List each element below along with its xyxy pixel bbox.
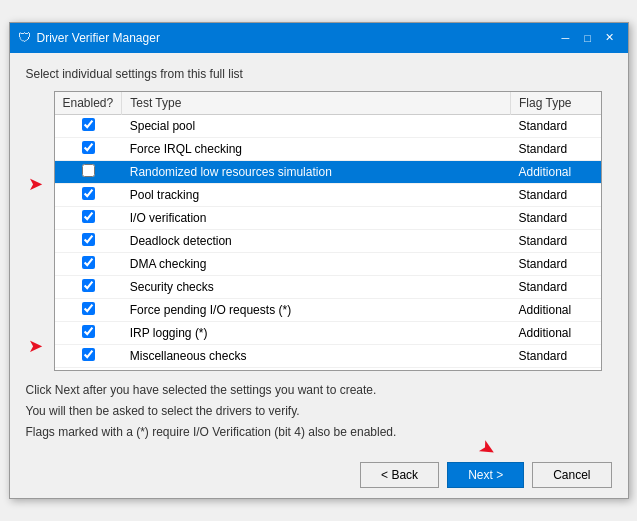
checkbox-cell[interactable] [55,137,122,160]
arrow-row3-indicator: ➤ [28,173,43,195]
table-header-row: Enabled? Test Type Flag Type [55,92,601,115]
row-checkbox[interactable] [82,256,95,269]
settings-table-container[interactable]: Enabled? Test Type Flag Type Special poo… [54,91,602,371]
flag-type-cell: Additional [511,298,601,321]
cancel-button[interactable]: Cancel [532,462,611,488]
checkbox-cell[interactable] [55,298,122,321]
settings-table: Enabled? Test Type Flag Type Special poo… [55,92,601,371]
table-row[interactable]: Force pending I/O requests (*)Additional [55,298,601,321]
table-row[interactable]: Deadlock detectionStandard [55,229,601,252]
test-type-cell: Miscellaneous checks [122,344,511,367]
flag-type-cell: Standard [511,275,601,298]
test-type-cell: Randomized low resources simulation [122,160,511,183]
checkbox-cell[interactable] [55,275,122,298]
checkbox-cell[interactable] [55,321,122,344]
row-checkbox[interactable] [82,187,95,200]
title-controls: ─ □ ✕ [556,29,620,47]
row-checkbox[interactable] [82,118,95,131]
col-flag-type: Flag Type [511,92,601,115]
row-checkbox[interactable] [82,141,95,154]
flag-type-cell: Standard [511,229,601,252]
maximize-button[interactable]: □ [578,29,598,47]
instruction-text: Select individual settings from this ful… [26,67,612,81]
table-body: Special poolStandardForce IRQL checkingS… [55,114,601,371]
flag-type-cell: Standard [511,252,601,275]
test-type-cell: I/O verification [122,206,511,229]
flag-type-cell: Additional [511,367,601,371]
next-button[interactable]: Next > [447,462,524,488]
row-checkbox[interactable] [82,348,95,361]
flag-type-cell: Standard [511,183,601,206]
row-checkbox[interactable] [82,302,95,315]
table-row[interactable]: I/O verificationStandard [55,206,601,229]
minimize-button[interactable]: ─ [556,29,576,47]
test-type-cell: Invariant MDL checking for stack (*) [122,367,511,371]
button-row: < Back Next > ➤ Cancel [10,454,628,498]
main-window: 🛡 Driver Verifier Manager ─ □ ✕ Select i… [9,22,629,500]
content-area: Select individual settings from this ful… [10,53,628,455]
table-row[interactable]: Security checksStandard [55,275,601,298]
next-button-container: Next > ➤ [447,462,524,488]
window-icon: 🛡 [18,30,31,45]
flag-type-cell: Additional [511,160,601,183]
row-checkbox[interactable] [82,210,95,223]
checkbox-cell[interactable] [55,229,122,252]
row-checkbox[interactable] [82,279,95,292]
title-bar-left: 🛡 Driver Verifier Manager [18,30,160,45]
back-button[interactable]: < Back [360,462,439,488]
row-checkbox[interactable] [82,325,95,338]
flag-type-cell: Standard [511,137,601,160]
info-line3: Flags marked with a (*) require I/O Veri… [26,423,612,442]
flag-type-cell: Standard [511,344,601,367]
table-row[interactable]: Invariant MDL checking for stack (*)Addi… [55,367,601,371]
test-type-cell: Pool tracking [122,183,511,206]
table-row[interactable]: Randomized low resources simulationAddit… [55,160,601,183]
info-section: Click Next after you have selected the s… [26,381,612,443]
arrow-row15-indicator: ➤ [28,335,43,357]
col-enabled: Enabled? [55,92,122,115]
test-type-cell: Special pool [122,114,511,137]
table-row[interactable]: Special poolStandard [55,114,601,137]
checkbox-cell[interactable] [55,114,122,137]
checkbox-cell[interactable] [55,183,122,206]
table-row[interactable]: Force IRQL checkingStandard [55,137,601,160]
flag-type-cell: Standard [511,206,601,229]
test-type-cell: IRP logging (*) [122,321,511,344]
checkbox-cell[interactable] [55,344,122,367]
checkbox-cell[interactable] [55,206,122,229]
row-checkbox[interactable] [82,233,95,246]
checkbox-cell[interactable] [55,160,122,183]
flag-type-cell: Standard [511,114,601,137]
test-type-cell: Deadlock detection [122,229,511,252]
test-type-cell: Force pending I/O requests (*) [122,298,511,321]
info-line1: Click Next after you have selected the s… [26,381,612,400]
test-type-cell: Security checks [122,275,511,298]
table-row[interactable]: Miscellaneous checksStandard [55,344,601,367]
window-title: Driver Verifier Manager [37,31,160,45]
title-bar: 🛡 Driver Verifier Manager ─ □ ✕ [10,23,628,53]
checkbox-cell[interactable] [55,252,122,275]
flag-type-cell: Additional [511,321,601,344]
row-checkbox[interactable] [82,164,95,177]
info-line2: You will then be asked to select the dri… [26,402,612,421]
col-test-type: Test Type [122,92,511,115]
table-row[interactable]: IRP logging (*)Additional [55,321,601,344]
test-type-cell: Force IRQL checking [122,137,511,160]
test-type-cell: DMA checking [122,252,511,275]
close-button[interactable]: ✕ [600,29,620,47]
table-row[interactable]: DMA checkingStandard [55,252,601,275]
table-row[interactable]: Pool trackingStandard [55,183,601,206]
checkbox-cell[interactable] [55,367,122,371]
